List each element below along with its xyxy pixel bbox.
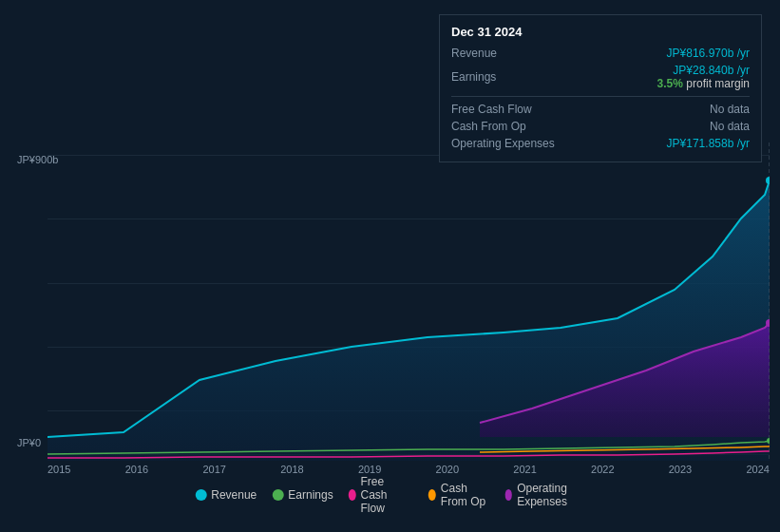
- legend-dot-revenue: [195, 489, 206, 501]
- tooltip-label-earnings: Earnings: [451, 70, 496, 84]
- tooltip-row-earnings: Earnings JP¥28.840b /yr 3.5% profit marg…: [451, 62, 750, 92]
- tooltip-divider-1: [451, 96, 750, 97]
- tooltip-value-earnings: JP¥28.840b /yr: [657, 64, 750, 77]
- x-label-2016: 2016: [125, 464, 148, 475]
- tooltip-row-opex: Operating Expenses JP¥171.858b /yr: [451, 135, 750, 152]
- tooltip-earnings-group: JP¥28.840b /yr 3.5% profit margin: [657, 64, 750, 90]
- legend-label-fcf: Free Cash Flow: [361, 475, 413, 515]
- x-label-2018: 2018: [280, 464, 303, 475]
- profit-margin-text: 3.5% profit margin: [657, 77, 750, 90]
- legend-dot-earnings: [272, 489, 283, 501]
- x-label-2020: 2020: [436, 464, 459, 475]
- legend-label-cfo: Cash From Op: [441, 482, 489, 508]
- tooltip-value-cfo: No data: [710, 120, 750, 133]
- legend-label-revenue: Revenue: [211, 488, 257, 502]
- legend-item-fcf[interactable]: Free Cash Flow: [349, 475, 413, 515]
- chart-container: Dec 31 2024 Revenue JP¥816.970b /yr Earn…: [0, 0, 780, 532]
- legend-item-cfo[interactable]: Cash From Op: [428, 482, 489, 508]
- y-axis-bottom-label: JP¥0: [17, 437, 41, 448]
- tooltip-value-opex: JP¥171.858b /yr: [667, 137, 750, 150]
- x-label-2017: 2017: [202, 464, 225, 475]
- tooltip-row-fcf: Free Cash Flow No data: [451, 101, 750, 118]
- tooltip-label-revenue: Revenue: [451, 47, 497, 60]
- legend-label-opex: Operating Expenses: [517, 482, 585, 508]
- tooltip-date: Dec 31 2024: [451, 25, 750, 39]
- x-label-2021: 2021: [513, 464, 536, 475]
- x-label-2022: 2022: [591, 464, 614, 475]
- legend-item-opex[interactable]: Operating Expenses: [504, 482, 584, 508]
- tooltip-label-opex: Operating Expenses: [451, 137, 555, 150]
- legend-dot-cfo: [428, 489, 436, 501]
- chart-svg: [48, 142, 770, 461]
- legend-item-revenue[interactable]: Revenue: [195, 488, 257, 502]
- chart-legend: Revenue Earnings Free Cash Flow Cash Fro…: [195, 475, 585, 515]
- tooltip-value-fcf: No data: [710, 103, 750, 116]
- legend-dot-opex: [504, 489, 512, 501]
- legend-label-earnings: Earnings: [288, 488, 333, 502]
- legend-dot-fcf: [349, 489, 356, 501]
- x-label-2023: 2023: [669, 464, 692, 475]
- tooltip-value-revenue: JP¥816.970b /yr: [667, 47, 750, 60]
- legend-item-earnings[interactable]: Earnings: [272, 488, 333, 502]
- x-axis: 2015 2016 2017 2018 2019 2020 2021 2022 …: [48, 464, 770, 475]
- x-label-2024: 2024: [746, 464, 769, 475]
- tooltip-row-revenue: Revenue JP¥816.970b /yr: [451, 45, 750, 62]
- tooltip-label-cfo: Cash From Op: [451, 120, 526, 133]
- tooltip-label-fcf: Free Cash Flow: [451, 103, 532, 116]
- x-label-2019: 2019: [358, 464, 381, 475]
- x-label-2015: 2015: [48, 464, 70, 475]
- tooltip-row-cfo: Cash From Op No data: [451, 118, 750, 135]
- tooltip-box: Dec 31 2024 Revenue JP¥816.970b /yr Earn…: [439, 14, 762, 162]
- revenue-dot: [766, 177, 770, 184]
